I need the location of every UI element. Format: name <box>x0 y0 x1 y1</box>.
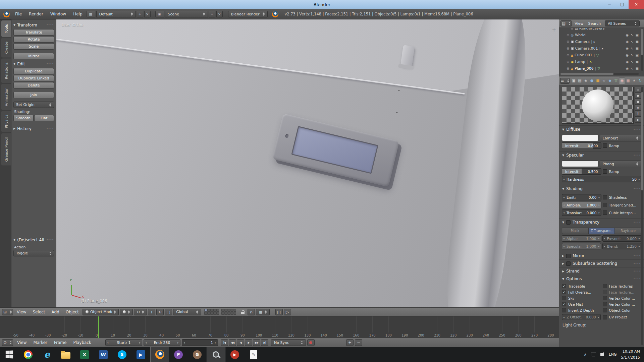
checkbox-box-icon[interactable] <box>562 296 566 300</box>
checkbox-box-icon[interactable]: ✓ <box>562 290 566 294</box>
layer-17[interactable] <box>224 312 227 315</box>
layer-20[interactable] <box>233 312 236 315</box>
outliner-hscrollbar[interactable] <box>560 73 639 75</box>
panel-header-options[interactable]: ▼ Options •••• <box>559 275 644 283</box>
menu-view[interactable]: View <box>14 340 29 345</box>
panel-header-shading[interactable]: ▼ Shading •••• <box>559 185 644 192</box>
z-offset-field[interactable]: Z Offset:0.000 <box>562 314 601 320</box>
checkbox-box-icon[interactable] <box>603 143 607 148</box>
selectability-arrow-icon[interactable]: ↖ <box>631 47 633 50</box>
taskbar-notepad[interactable]: ✎ <box>244 347 263 362</box>
auto-keyframe-record-button[interactable] <box>307 339 315 346</box>
scene-dropdown[interactable]: Scene <box>165 11 208 17</box>
checkbox-tangent-shad[interactable]: Tangent Shad... <box>603 202 642 208</box>
diffuse-ramp-checkbox[interactable]: Ramp <box>603 142 642 149</box>
checkbox-invert-z-depth[interactable]: Invert Z Depth <box>562 308 601 312</box>
translate-manipulator-button[interactable]: + <box>148 309 155 315</box>
rotate-manipulator-button[interactable]: ↻ <box>156 309 164 315</box>
checkbox-box-icon[interactable] <box>603 210 607 215</box>
layer-19[interactable] <box>230 312 233 315</box>
outliner-editor-type-button[interactable]: ▤ <box>560 20 572 26</box>
remove-layout-button[interactable]: × <box>144 11 151 17</box>
menu-object[interactable]: Object <box>63 310 82 314</box>
specular-ramp-checkbox[interactable]: Ramp <box>603 168 642 175</box>
menu-search[interactable]: Search <box>586 21 603 26</box>
properties-tab-scene[interactable]: ◈ <box>583 77 589 84</box>
expand-icon[interactable]: ⊕ <box>567 47 569 50</box>
diffuse-intensity-slider[interactable]: Intensit:0.800 <box>562 142 601 149</box>
properties-scrollbar[interactable] <box>641 87 643 345</box>
taskbar-movies[interactable]: ▶ <box>131 347 150 362</box>
layer-3[interactable] <box>210 309 213 312</box>
preview-hair-button[interactable]: ‖ <box>635 111 641 117</box>
layer-7[interactable] <box>207 312 210 315</box>
menu-view[interactable]: View <box>573 21 585 26</box>
translate-button[interactable]: Translate <box>13 29 54 36</box>
timeline-ruler[interactable]: -50-40-30-20-100102030405060708090100110… <box>0 316 559 338</box>
menu-view[interactable]: View <box>14 310 29 314</box>
properties-tab-render[interactable]: ▣ <box>571 77 577 84</box>
shade-smooth-button[interactable]: Smooth <box>13 115 34 121</box>
frame-end-field[interactable]: End: 250 <box>144 339 180 346</box>
menu-add[interactable]: Add <box>49 310 62 314</box>
transform-orientation-dropdown[interactable]: Global <box>173 309 201 315</box>
taskbar-file-explorer[interactable] <box>56 347 75 362</box>
menu-playback[interactable]: Playback <box>70 340 94 345</box>
volume-icon[interactable] <box>600 353 603 356</box>
menu-help[interactable]: Help <box>70 9 85 19</box>
visibility-eye-icon[interactable]: ◉ <box>626 53 629 57</box>
taskbar-gimp[interactable]: G <box>188 347 207 362</box>
slider-specula[interactable]: Specula:1.000 <box>562 243 601 249</box>
preview-monkey-button[interactable]: ◉ <box>635 105 641 111</box>
jump-to-start-button[interactable]: |◀ <box>221 339 228 346</box>
visibility-eye-icon[interactable]: ◉ <box>626 33 629 37</box>
mirror-enable-checkbox[interactable] <box>566 254 571 258</box>
checkbox-shadeless[interactable]: Shadeless <box>603 194 642 200</box>
render-restrict-camera-icon[interactable]: ▣ <box>636 53 639 57</box>
outliner-item-plane-006[interactable]: ⊕▲Plane_006|▽◉↖▣ <box>559 65 640 72</box>
toolshelf-tab-physics[interactable]: Physics <box>1 111 11 132</box>
panel-header-history[interactable]: ▶ History •••• <box>13 125 54 132</box>
specular-hardness-field[interactable]: Hardness:50 <box>562 176 641 182</box>
properties-tab-object[interactable]: ■ <box>595 77 601 84</box>
visibility-eye-icon[interactable]: ◉ <box>626 67 629 70</box>
outliner-item-camera-001[interactable]: ⊕▣Camera.001|▸◉↖▣ <box>559 45 640 52</box>
layer-6[interactable] <box>204 312 207 315</box>
pivot-center-dropdown[interactable]: ⊙ <box>134 309 147 315</box>
layer-8[interactable] <box>210 312 213 315</box>
taskbar-snipping-tool[interactable] <box>207 347 225 362</box>
set-origin-dropdown[interactable]: Set Origin <box>13 102 54 108</box>
properties-tab-physics[interactable]: ↻ <box>637 77 643 84</box>
render-restrict-camera-icon[interactable]: ▣ <box>636 67 639 70</box>
shade-flat-button[interactable]: Flat <box>34 115 54 121</box>
mode-dropdown[interactable]: Object Mode <box>83 309 119 315</box>
frame-start-field[interactable]: Start: 1 <box>105 339 142 346</box>
lock-to-scene-button[interactable] <box>239 309 247 315</box>
viewport-3d[interactable]: User Ortho (1) Plane_006 + z x <box>56 19 559 307</box>
sss-enable-checkbox[interactable] <box>566 261 571 266</box>
slider-ambien[interactable]: Ambien:1.000 <box>562 202 601 208</box>
maximize-button[interactable]: □ <box>616 0 629 9</box>
language-indicator[interactable]: ENG <box>609 352 617 357</box>
toolshelf-tab-relations[interactable]: Relations <box>1 59 11 83</box>
taskbar-media-player[interactable]: ▶ <box>225 347 244 362</box>
specular-intensity-slider[interactable]: Intensit:0.500 <box>562 168 601 175</box>
diffuse-color-swatch[interactable] <box>562 135 598 141</box>
checkbox-box-icon[interactable] <box>603 169 607 174</box>
mode-raytrace-button[interactable]: Raytrace <box>615 228 641 234</box>
slider-emit[interactable]: Emit:0.00 <box>562 194 601 200</box>
menu-frame[interactable]: Frame <box>51 340 69 345</box>
slider-alpha[interactable]: Alpha:1.000 <box>562 235 601 242</box>
menu-select[interactable]: Select <box>30 310 48 314</box>
checkbox-sky[interactable]: Sky <box>562 296 601 300</box>
panel-header-edit[interactable]: ▼ Edit •••• <box>13 60 54 67</box>
toolshelf-tab-create[interactable]: Create <box>1 38 11 58</box>
checkbox-use-mist[interactable]: ✓Use Mist <box>562 302 601 306</box>
delete-keyframe-button[interactable]: − <box>355 339 362 346</box>
expand-icon[interactable]: ⊕ <box>567 33 569 37</box>
duplicate-linked-button[interactable]: Duplicate Linked <box>13 75 54 81</box>
layer-5[interactable] <box>216 309 219 312</box>
mirror-button[interactable]: Mirror <box>13 53 54 59</box>
join-button[interactable]: Join <box>13 92 54 98</box>
taskbar-internet-explorer[interactable]: e <box>38 347 56 362</box>
